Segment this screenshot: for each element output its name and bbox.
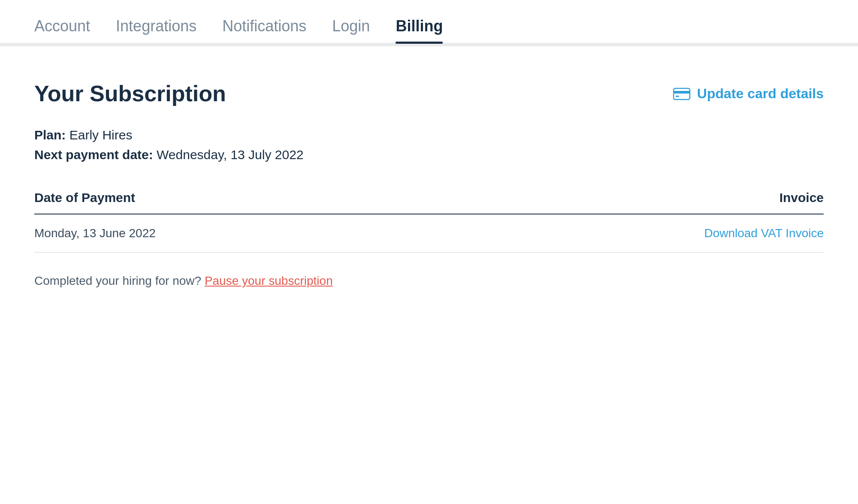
table-header-row: Date of Payment Invoice [34,184,824,214]
plan-row: Plan: Early Hires [34,128,824,142]
svg-rect-2 [676,96,679,97]
col-invoice-header: Invoice [432,184,824,214]
svg-rect-1 [674,91,690,94]
next-payment-row: Next payment date: Wednesday, 13 July 20… [34,148,824,162]
plan-label: Plan: [34,128,66,142]
pause-subscription-link[interactable]: Pause your subscription [205,274,333,287]
plan-value: Early Hires [69,128,133,142]
next-payment-value: Wednesday, 13 July 2022 [157,148,303,162]
payment-table: Date of Payment Invoice Monday, 13 June … [34,184,824,253]
plan-details: Plan: Early Hires Next payment date: Wed… [34,128,824,162]
tab-notifications[interactable]: Notifications [222,17,306,43]
table-row: Monday, 13 June 2022 Download VAT Invoic… [34,214,824,253]
update-card-button[interactable]: Update card details [673,86,824,102]
tab-billing[interactable]: Billing [396,17,443,43]
invoice-cell: Download VAT Invoice [432,214,824,253]
main-content: Your Subscription Update card details Pl… [0,46,858,314]
tab-login[interactable]: Login [332,17,370,43]
pause-prompt: Completed your hiring for now? [34,274,201,287]
subscription-header: Your Subscription Update card details [34,81,824,106]
subscription-title: Your Subscription [34,81,226,106]
pause-text-row: Completed your hiring for now? Pause you… [34,274,824,288]
col-date-header: Date of Payment [34,184,432,214]
tab-integrations[interactable]: Integrations [116,17,196,43]
tab-account[interactable]: Account [34,17,90,43]
card-icon [673,87,691,100]
payment-date: Monday, 13 June 2022 [34,214,432,253]
svg-rect-0 [674,88,690,100]
next-payment-label: Next payment date: [34,148,153,162]
download-vat-invoice-link[interactable]: Download VAT Invoice [704,226,824,240]
update-card-label: Update card details [697,86,824,102]
nav-tabs: Account Integrations Notifications Login… [0,0,858,43]
